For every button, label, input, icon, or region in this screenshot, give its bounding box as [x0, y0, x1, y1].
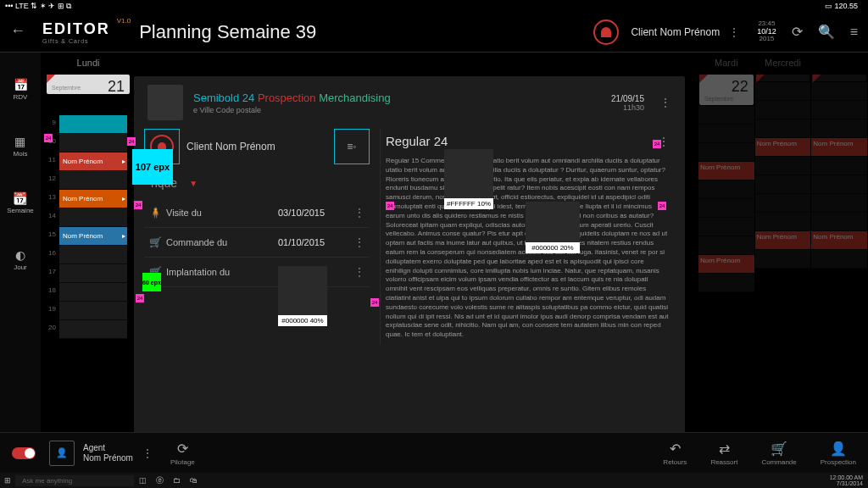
header-datetime: 23:4510/122015 [757, 20, 776, 43]
detail-card: Semibold 24 Prospection Merchandising e … [134, 76, 685, 441]
logo-subtitle: Gifts & Cards [42, 38, 110, 44]
row-menu-icon[interactable]: ⋮ [354, 236, 364, 248]
client-name: Client Nom Prénom [631, 26, 720, 38]
nav-jour[interactable]: ◐Jour [14, 248, 27, 271]
card-title: Semibold 24 Prospection Merchandising [193, 92, 611, 104]
nav-rdv[interactable]: 📅RDV [14, 78, 28, 101]
back-button[interactable]: ← [10, 22, 31, 42]
comment-title: Regular 24 [386, 134, 649, 148]
date-card[interactable]: 21 Septembre [47, 75, 130, 94]
timeslot[interactable] [59, 246, 127, 264]
timeslot[interactable] [59, 115, 127, 134]
timeslot[interactable] [59, 264, 127, 283]
agent-menu-icon[interactable]: ⋮ [142, 446, 153, 460]
row-menu-icon[interactable]: ⋮ [354, 207, 364, 219]
reassort-button[interactable]: ⇄Reassort [710, 441, 737, 466]
retours-button[interactable]: ↶Retours [663, 441, 687, 466]
spec-marker: 24 [658, 202, 666, 210]
timeslot[interactable] [59, 320, 127, 339]
card-subtitle: e Ville Code postale [193, 106, 611, 114]
row-menu-icon[interactable]: ⋮ [354, 266, 364, 278]
history-row[interactable]: 🧍Visite du03/10/2015⋮ [144, 198, 370, 228]
spec-marker: 24 [370, 298, 379, 307]
chevron-down-icon: ▼ [189, 179, 198, 188]
history-row[interactable]: 🛒Commande du01/10/2015⋮ [144, 228, 370, 258]
timeslot[interactable] [59, 208, 127, 227]
logo-title: EDITOR [42, 20, 110, 38]
prospection-button[interactable]: 👤Prospection [821, 441, 856, 466]
client-avatar[interactable] [593, 19, 619, 45]
app-logo: EDITOR Gifts & Cards [42, 20, 110, 44]
card-datetime: 21/09/1511h30 [611, 94, 644, 112]
timeslot[interactable]: Nom Prénom▸ [59, 152, 127, 171]
taskbar: ⊞ Ask me anything ◫ ⓔ 🗀 🛍 12:00.00 AM7/3… [0, 473, 868, 488]
card-menu-icon[interactable]: ⋮ [659, 96, 671, 109]
task-view-icon[interactable]: ◫ [134, 476, 151, 485]
day-label: Lundi [46, 58, 131, 71]
nav-mois[interactable]: ▦Mois [14, 135, 28, 158]
hour-column: 91011121314151617181920 [41, 115, 58, 339]
bottom-bar: 👤 AgentNom Prénom ⋮ ⟳Pilotage ↶Retours ⇄… [0, 432, 868, 473]
mode-toggle[interactable] [12, 447, 36, 459]
status-left: ••• LTE ⇅ ✶ ✈ ⊞ ⧉ [5, 2, 71, 10]
client-menu-icon[interactable]: ⋮ [728, 25, 740, 39]
timeslot[interactable]: Nom Prénom▸ [59, 190, 127, 208]
history-dropdown[interactable]: rique▼ [151, 176, 370, 190]
pilotage-button[interactable]: ⟳Pilotage [170, 441, 195, 466]
spec-swatch-white: #FFFFFF 10% [444, 149, 493, 209]
spec-dimension-60: 60 epx [142, 273, 161, 291]
timeslot[interactable] [59, 302, 127, 320]
status-battery: ▭ 120.55 [825, 2, 858, 10]
spec-marker: 24 [136, 294, 144, 302]
card-thumbnail [147, 85, 183, 120]
taskbar-clock[interactable]: 12:00.00 AM7/31/2014 [830, 474, 868, 486]
timeslot[interactable] [59, 171, 127, 190]
search-icon[interactable]: 🔍 [818, 24, 835, 40]
spec-swatch-black40: #000000 40% [278, 266, 327, 326]
explorer-icon[interactable]: 🗀 [168, 476, 185, 485]
nav-semaine[interactable]: 📆Semaine [7, 191, 34, 214]
timeslot[interactable]: Nom Prénom▸ [59, 227, 127, 246]
menu-icon[interactable]: ≡ [850, 25, 858, 40]
date-number: 21 [108, 78, 125, 96]
client-list-icon[interactable]: ≡◦ [334, 129, 370, 164]
page-title: Planning Semaine 39 [139, 21, 316, 43]
spec-marker: 24 [386, 202, 394, 210]
agent-avatar[interactable]: 👤 [49, 441, 75, 466]
spec-dimension-107: 107 epx [132, 149, 173, 185]
spec-marker: 24 [44, 134, 53, 142]
timeslots: Nom Prénom▸Nom Prénom▸Nom Prénom▸ [59, 115, 127, 339]
history-row[interactable]: 🛒Implantation du22/09/2015⋮ [144, 258, 370, 287]
store-icon[interactable]: 🛍 [185, 476, 202, 485]
agent-name: AgentNom Prénom [83, 443, 133, 463]
app-version: V1.0 [117, 17, 131, 25]
commande-button[interactable]: 🛒Commande [761, 441, 796, 466]
start-button[interactable]: ⊞ [0, 476, 15, 485]
refresh-icon[interactable]: ⟳ [792, 24, 803, 40]
timeslot[interactable] [59, 283, 127, 302]
spec-marker: 24 [127, 137, 136, 146]
spec-marker: 24 [653, 140, 661, 148]
edge-icon[interactable]: ⓔ [151, 475, 168, 486]
timeslot[interactable] [59, 134, 127, 152]
spec-marker: 24 [134, 201, 142, 209]
cortana-search[interactable]: Ask me anything [15, 475, 134, 486]
next-days: Mardi22SeptembreNom PrénomNom PrénomMerc… [698, 58, 868, 292]
card-client-name: Client Nom Prénom [186, 141, 327, 152]
left-nav: 📅RDV▦Mois📆Semaine◐Jour [0, 53, 41, 452]
spec-swatch-black20: #000000 20% [526, 202, 580, 253]
